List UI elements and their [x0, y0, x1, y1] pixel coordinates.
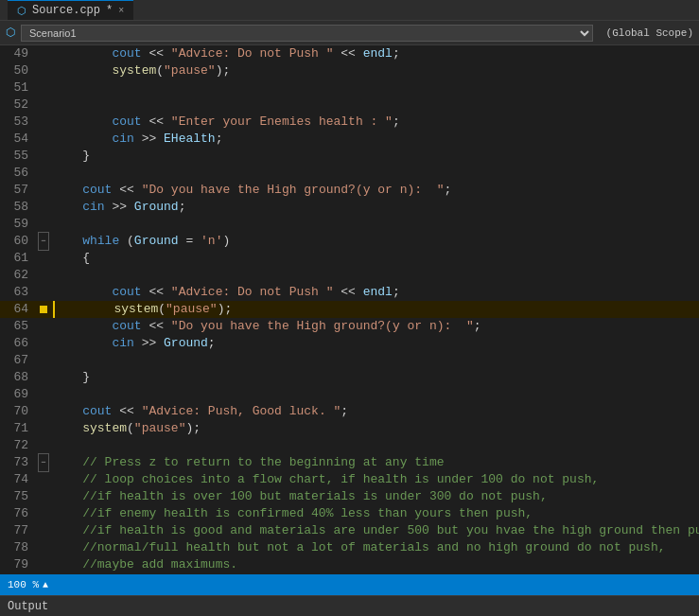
collapse-button[interactable]: −: [38, 232, 48, 251]
code-line[interactable]: system("pause");: [53, 62, 699, 79]
token: <<: [334, 285, 363, 299]
token: cout: [112, 46, 141, 61]
code-line[interactable]: cout << "Advice: Do not Push " << endl;: [53, 45, 699, 62]
code-line[interactable]: cout << "Enter your Enemies health : ";: [53, 114, 699, 131]
code-panel[interactable]: cout << "Advice: Do not Push " << endl; …: [53, 45, 699, 574]
scrollbar-icon: ▲: [43, 580, 48, 590]
gutter-line: [34, 420, 53, 437]
token: "Do you have the High ground?(y or n): ": [142, 183, 445, 197]
token: [53, 523, 82, 537]
gutter-line: [34, 522, 53, 539]
token: [53, 183, 82, 197]
code-line[interactable]: //maybe add maximums.: [53, 556, 699, 573]
token: );: [216, 63, 231, 78]
token: );: [218, 302, 233, 316]
gutter-line: [34, 488, 53, 505]
token: [53, 132, 112, 146]
gutter-line: [34, 62, 53, 79]
code-line[interactable]: system("pause");: [53, 301, 699, 318]
code-line[interactable]: {: [53, 250, 699, 267]
code-line[interactable]: [53, 352, 699, 369]
code-line[interactable]: // Press z to return to the beginning at…: [53, 454, 699, 471]
toolbar-icon: ⬡: [6, 26, 15, 40]
token: (: [119, 234, 134, 248]
scope-label: (Global Scope): [606, 27, 693, 39]
code-line[interactable]: // loop choices into a flow chart, if he…: [53, 471, 699, 488]
token: cin: [112, 132, 133, 146]
gutter-line: [34, 216, 53, 233]
token: "Advice: Do not Push ": [171, 46, 334, 61]
token: system: [112, 63, 156, 78]
scenario-select[interactable]: Scenario1: [21, 25, 593, 42]
token: ;: [445, 183, 452, 197]
code-line[interactable]: //if enemy health is confirmed 40% less …: [53, 505, 699, 522]
token: );: [185, 421, 201, 435]
line-number: 56: [0, 165, 34, 182]
token: >>: [134, 336, 164, 350]
code-line[interactable]: [53, 97, 699, 114]
token: Ground: [134, 200, 179, 214]
line-number: 52: [0, 97, 34, 114]
code-line[interactable]: while (Ground = 'n'): [53, 233, 699, 250]
tab-close-button[interactable]: ×: [118, 6, 124, 16]
gutter-line: −: [34, 233, 53, 250]
code-line[interactable]: }: [53, 148, 699, 165]
code-line[interactable]: system("pause");: [53, 420, 699, 437]
gutter-line: [34, 45, 53, 62]
title-bar: ⬡ Source.cpp * ×: [0, 0, 699, 21]
code-line[interactable]: cout << "Advice: Push, Good luck. ";: [53, 403, 699, 420]
token: cout: [112, 285, 141, 299]
token: [53, 114, 112, 129]
line-number: 49: [0, 45, 34, 62]
token: "Do you have the High ground?(y or n): ": [171, 319, 474, 333]
code-line[interactable]: [53, 386, 699, 403]
token: <<: [112, 183, 141, 197]
code-line[interactable]: cout << "Advice: Do not Push " << endl;: [53, 284, 699, 301]
gutter-line: [34, 267, 53, 284]
code-line[interactable]: [53, 267, 699, 284]
code-line[interactable]: [53, 216, 699, 233]
code-line[interactable]: cin >> EHealth;: [53, 131, 699, 148]
token: ;: [216, 132, 223, 146]
breakpoint-marker: [40, 306, 47, 313]
token: [53, 540, 82, 554]
gutter-line: [34, 403, 53, 420]
token: //if health is good and materials are un…: [82, 523, 699, 537]
tab-icon: ⬡: [17, 5, 26, 17]
code-line[interactable]: cout << "Do you have the High ground?(y …: [53, 182, 699, 199]
token: [53, 472, 82, 486]
editor-tab[interactable]: ⬡ Source.cpp * ×: [8, 0, 133, 20]
line-number: 73: [0, 454, 34, 471]
code-line[interactable]: cin >> Ground;: [53, 199, 699, 216]
code-line[interactable]: //if health is good and materials are un…: [53, 522, 699, 539]
token: ;: [341, 404, 348, 418]
token: cout: [82, 183, 112, 197]
code-line[interactable]: }: [53, 369, 699, 386]
code-line[interactable]: [53, 437, 699, 454]
code-line[interactable]: //normal/full health but not a lot of ma…: [53, 539, 699, 556]
token: cout: [112, 319, 141, 333]
token: "Enter your Enemies health : ": [171, 114, 393, 129]
gutter-line: [34, 352, 53, 369]
toolbar: ⬡ Scenario1 (Global Scope): [0, 21, 699, 45]
gutter-line: [34, 539, 53, 556]
code-line[interactable]: [53, 79, 699, 97]
gutter-line: [34, 165, 53, 182]
token: system: [82, 421, 127, 435]
token: [53, 234, 82, 248]
code-line[interactable]: [53, 165, 699, 182]
line-number: 68: [0, 369, 34, 386]
status-bar: 100 % ▲: [0, 574, 699, 595]
collapse-button[interactable]: −: [38, 453, 48, 472]
line-number: 57: [0, 182, 34, 199]
code-line[interactable]: //if health is over 100 but materials is…: [53, 488, 699, 505]
code-line[interactable]: cout << "Do you have the High ground?(y …: [53, 318, 699, 335]
token: <<: [112, 404, 141, 418]
token: [53, 46, 112, 61]
code-line[interactable]: cin >> Ground;: [53, 335, 699, 352]
gutter-line: [34, 97, 53, 114]
line-number: 50: [0, 62, 34, 79]
token: <<: [142, 285, 171, 299]
tab-label: Source.cpp: [32, 4, 100, 17]
gutter-line: [34, 199, 53, 216]
